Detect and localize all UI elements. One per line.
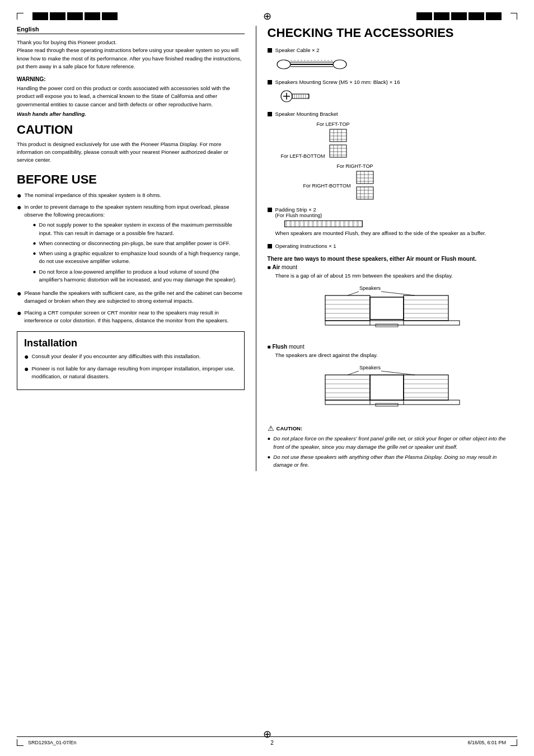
sub-list: ● Do not supply power to the speaker sys… (24, 221, 244, 284)
top-border: ⊕ (17, 11, 517, 21)
accessory-cable-content: Speaker Cable × 2 (275, 47, 517, 73)
svg-rect-18 (330, 129, 346, 142)
svg-rect-39 (357, 187, 373, 199)
right-column: CHECKING THE ACCESSORIES Speaker Cable ×… (256, 26, 517, 471)
right-bracket-svg (354, 170, 382, 201)
accessory-screw-label: Speakers Mounting Screw (M5 × 10 mm: Bla… (275, 79, 400, 85)
screw-illustration (275, 88, 517, 105)
right-brackets: For RIGHT-TOP For RIGHT-BOTTOM (303, 163, 517, 201)
list-item: ● Please handle the speakers with suffic… (17, 289, 245, 306)
item-text: Please handle the speakers with sufficie… (24, 289, 244, 306)
caution-list-item: ● Do not place force on the speakers' fr… (268, 435, 517, 451)
list-item: ● Consult your dealer if you encounter a… (24, 353, 237, 361)
bracket-left-illus: For LEFT-BOTTOM (281, 128, 355, 159)
padding-label: Padding Strip × 2 (275, 206, 517, 213)
list-item: ● Pioneer is not liable for any damage r… (24, 365, 237, 381)
caution-label: CAUTION: (277, 425, 302, 431)
accessory-bullet (268, 112, 272, 116)
before-use-list: ● The nominal impedance of this speaker … (17, 191, 245, 325)
svg-rect-82 (325, 400, 460, 405)
left-bracket-svg (327, 128, 355, 159)
svg-point-0 (277, 60, 291, 69)
wash-hands: Wash hands after handling. (17, 111, 245, 117)
bar6 (416, 12, 432, 20)
bullet-icon: ● (24, 353, 29, 361)
bullet-icon: ● (17, 203, 21, 212)
svg-rect-51 (370, 297, 404, 320)
bottom-center: 2 (270, 740, 274, 746)
registration-mark-bottom: ⊕ (263, 729, 271, 740)
right-bracket-row: For RIGHT-BOTTOM (303, 170, 517, 201)
bullet-icon: ● (268, 435, 271, 451)
accessory-bullet (268, 48, 272, 53)
bottom-caution-list: ● Do not place force on the speakers' fr… (268, 435, 517, 469)
left-bottom-label: For LEFT-BOTTOM (281, 153, 325, 159)
caution-section: CAUTION This product is designed exclusi… (17, 123, 245, 165)
caution-text: This product is designed exclusively for… (17, 140, 245, 165)
checking-title: CHECKING THE ACCESSORIES (268, 26, 517, 40)
before-use-title: BEFORE USE (17, 172, 245, 187)
item-text: Placing a CRT computer screen or CRT mon… (24, 309, 244, 325)
svg-rect-9 (292, 94, 309, 98)
air-mount-diagram: Speakers (314, 283, 471, 339)
sub-list-item: ● When connecting or disconnecting pin-p… (32, 240, 244, 247)
black-bars-right (416, 12, 502, 20)
accessory-manual: Operating Instructions × 1 (268, 243, 517, 249)
bottom-left: SRD1293A_01-07/En (17, 739, 77, 746)
accessory-manual-content: Operating Instructions × 1 (275, 243, 517, 249)
intro-text: Thank you for buying this Pioneer produc… (17, 39, 245, 71)
bar4 (85, 12, 100, 20)
right-bottom-label: For RIGHT-BOTTOM (303, 183, 351, 189)
sub-item-text: When connecting or disconnecting pin-plu… (39, 240, 231, 247)
accessory-manual-label: Operating Instructions × 1 (275, 243, 336, 249)
svg-rect-69 (325, 375, 370, 400)
installation-title: Installation (24, 337, 237, 349)
english-title: English (17, 26, 245, 34)
before-use-section: BEFORE USE ● The nominal impedance of th… (17, 172, 245, 325)
svg-rect-71 (370, 375, 404, 400)
cable-illustration (275, 57, 517, 73)
bar5 (102, 12, 118, 20)
caution-title: CAUTION (17, 123, 245, 137)
content-area: English Thank you for buying this Pionee… (17, 26, 517, 471)
english-section: English Thank you for buying this Pionee… (17, 26, 245, 117)
caution-item-text: Do not use these speakers with anything … (273, 453, 517, 469)
left-column: English Thank you for buying this Pionee… (17, 26, 256, 471)
air-mount-label: ■ Air mount (268, 264, 517, 270)
item-text: Consult your dealer if you encounter any… (31, 353, 200, 360)
padding-sublabel: (For Flush mounting) (275, 213, 517, 218)
bullet-icon: ● (17, 289, 21, 298)
mounting-section: There are two ways to mount these speake… (268, 256, 517, 469)
bracket-illustrations: For LEFT-TOP For LEFT-BOTTOM (281, 121, 517, 159)
date-stamp: 6/16/05, 6:01 PM (467, 740, 506, 745)
accessory-bullet (268, 244, 272, 248)
screw-svg (275, 88, 315, 104)
sub-bullet-icon: ● (32, 221, 36, 229)
item-text: The nominal impedance of this speaker sy… (24, 191, 161, 199)
installation-list: ● Consult your dealer if you encounter a… (24, 353, 237, 381)
svg-text:Speakers: Speakers (359, 365, 381, 370)
item-with-sublist: In order to prevent damage to the speake… (24, 203, 244, 286)
doc-id: SRD1293A_01-07/En (28, 740, 77, 745)
accessory-padding: Padding Strip × 2 (For Flush mounting) W… (268, 206, 517, 237)
svg-rect-49 (325, 295, 370, 321)
bullet-icon: ● (268, 453, 271, 469)
padding-desc: When speakers are mounted Flush, they ar… (275, 229, 517, 237)
svg-line-47 (348, 292, 359, 295)
svg-line-67 (348, 371, 359, 375)
bar9 (469, 12, 484, 20)
flush-mount-label: ■ Flush mount (268, 344, 517, 350)
svg-point-4 (333, 60, 346, 69)
accessory-bullet (268, 208, 272, 212)
air-mount-desc: There is a gap of air of about 15 mm bet… (275, 273, 517, 279)
right-top-label: For RIGHT-TOP (337, 163, 517, 169)
sub-item-text: Do not supply power to the speaker syste… (39, 221, 245, 237)
svg-line-68 (381, 371, 415, 375)
sub-bullet-icon: ● (32, 250, 36, 257)
list-item: ● The nominal impedance of this speaker … (17, 191, 245, 200)
warning-text: Handling the power cord on this product … (17, 84, 245, 109)
caution-header: ⚠ CAUTION: (268, 424, 517, 433)
flush-mount-diagram: Speakers (314, 363, 471, 419)
page: ⊕ English Thank you for buying this Pion… (0, 0, 534, 756)
accessory-padding-content: Padding Strip × 2 (For Flush mounting) W… (275, 206, 517, 237)
